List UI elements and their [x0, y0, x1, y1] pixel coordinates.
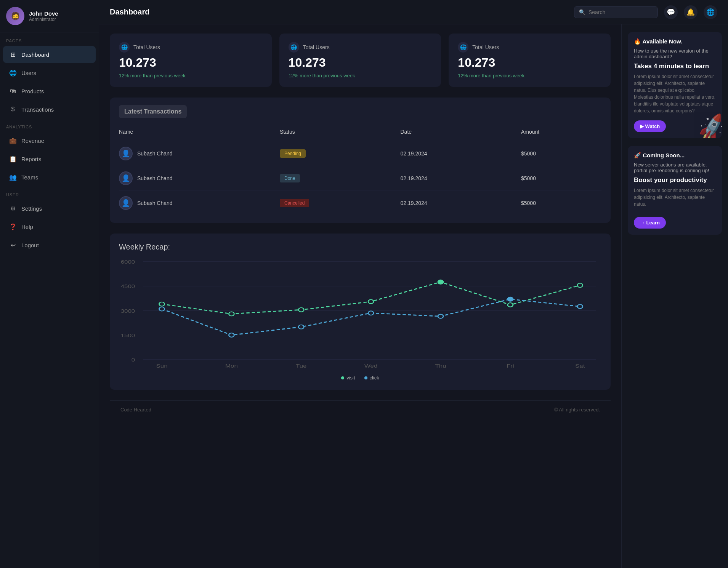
sidebar-item-products[interactable]: 🛍 Products — [3, 83, 96, 99]
promo-body: Lorem ipsum dolor sit amet consectetur a… — [634, 73, 716, 114]
rocket-decoration: 🚀 — [694, 112, 722, 138]
reports-icon: 📋 — [9, 155, 17, 163]
table-row: 👤 Subash Chand Pending 02.19.2024 $5000 — [119, 141, 601, 166]
stat-label: Total Users — [472, 44, 499, 50]
footer-right: © All rights reserved. — [554, 407, 600, 413]
stat-change: 12% more than previous week — [289, 73, 432, 78]
sidebar-item-label: Dashboard — [21, 51, 49, 58]
teams-icon: 👥 — [9, 173, 17, 181]
table-row: 👤 Subash Chand Done 02.19.2024 $5000 — [119, 166, 601, 191]
status-badge: Pending — [280, 149, 306, 158]
transactions-section: Latest Transactions Name Status Date Amo… — [110, 98, 611, 223]
products-icon: 🛍 — [9, 87, 17, 95]
watch-button[interactable]: ▶ Watch — [634, 120, 666, 132]
sidebar: 🧔 John Dove Administrator Pages ⊞ Dashbo… — [0, 0, 99, 568]
sidebar-item-settings[interactable]: ⚙ Settings — [3, 200, 96, 217]
sidebar-item-users[interactable]: 🌐 Users — [3, 64, 96, 81]
chart-svg: 6000 4500 3000 1500 0 Sun Mon Tue — [119, 258, 601, 372]
svg-text:Mon: Mon — [225, 363, 238, 369]
user-avatar: 👤 — [119, 196, 133, 210]
topbar: Dashboard 🔍 💬 🔔 🌐 — [99, 0, 728, 24]
main: Dashboard 🔍 💬 🔔 🌐 🌐 Total Users 10.273 — [99, 0, 728, 568]
sidebar-item-label: Transactions — [21, 106, 54, 113]
svg-point-20 — [368, 299, 374, 304]
svg-point-26 — [298, 325, 304, 329]
notification-icon[interactable]: 🔔 — [684, 5, 698, 19]
user-name: Subash Chand — [137, 150, 173, 157]
status-cell: Done — [280, 174, 401, 182]
svg-text:3000: 3000 — [121, 308, 135, 314]
learn-button[interactable]: → Learn — [634, 217, 666, 229]
col-amount: Amount — [521, 129, 601, 135]
topbar-actions: 🔍 💬 🔔 🌐 — [574, 5, 717, 19]
status-badge: Cancelled — [280, 199, 309, 207]
svg-point-25 — [229, 333, 234, 337]
search-icon: 🔍 — [579, 9, 585, 15]
avatar: 🧔 — [6, 7, 24, 25]
svg-point-19 — [298, 308, 304, 312]
legend-visit: visit — [341, 375, 355, 381]
promo-badge: 🔥 Available Now. — [634, 38, 716, 45]
transactions-title: Latest Transactions — [119, 105, 187, 118]
stat-card-header: 🌐 Total Users — [458, 42, 601, 53]
content-main: 🌐 Total Users 10.273 12% more than previ… — [99, 24, 621, 568]
svg-point-17 — [159, 302, 165, 306]
footer: Code Hearted © All rights reserved. — [110, 400, 611, 419]
user-cell: 👤 Subash Chand — [119, 147, 280, 160]
svg-text:Tue: Tue — [296, 363, 306, 369]
svg-text:Sat: Sat — [575, 363, 585, 369]
svg-point-21 — [438, 280, 443, 284]
stat-icon: 🌐 — [119, 42, 130, 53]
globe-icon[interactable]: 🌐 — [704, 5, 717, 19]
svg-point-27 — [368, 311, 374, 315]
chart-container: 6000 4500 3000 1500 0 Sun Mon Tue — [119, 258, 601, 372]
sidebar-item-label: Users — [21, 70, 36, 76]
sidebar-item-label: Teams — [21, 174, 38, 181]
sidebar-item-reports[interactable]: 📋 Reports — [3, 150, 96, 167]
table-header: Name Status Date Amount — [119, 126, 601, 138]
chat-icon[interactable]: 💬 — [664, 5, 678, 19]
svg-text:1500: 1500 — [121, 333, 135, 338]
right-panel: 🔥 Available Now. How to use the new vers… — [621, 24, 728, 568]
analytics-section-label: Analytics — [0, 118, 99, 131]
sidebar-item-logout[interactable]: ↩ Logout — [3, 237, 96, 253]
search-box[interactable]: 🔍 — [574, 6, 658, 18]
stat-card-1: 🌐 Total Users 10.273 12% more than previ… — [279, 34, 441, 87]
svg-text:Fri: Fri — [507, 363, 514, 369]
sidebar-item-transactions[interactable]: $ Transactions — [3, 101, 96, 118]
stat-cards: 🌐 Total Users 10.273 12% more than previ… — [110, 34, 611, 87]
users-icon: 🌐 — [9, 69, 17, 77]
coming-soon-subtitle: New server actions are available, partia… — [634, 162, 716, 173]
stat-value: 10.273 — [289, 56, 432, 70]
date-cell: 02.19.2024 — [401, 150, 521, 157]
user-avatar: 👤 — [119, 147, 133, 160]
col-name: Name — [119, 129, 280, 135]
search-input[interactable] — [588, 9, 653, 15]
stat-value: 10.273 — [458, 56, 601, 70]
sidebar-item-help[interactable]: ❓ Help — [3, 218, 96, 235]
status-cell: Pending — [280, 149, 401, 158]
status-cell: Cancelled — [280, 199, 401, 207]
date-cell: 02.19.2024 — [401, 175, 521, 181]
sidebar-item-teams[interactable]: 👥 Teams — [3, 169, 96, 186]
content: 🌐 Total Users 10.273 12% more than previ… — [99, 24, 728, 568]
sidebar-item-revenue[interactable]: 💼 Revenue — [3, 132, 96, 149]
dashboard-icon: ⊞ — [9, 51, 17, 58]
svg-point-30 — [577, 304, 583, 309]
sidebar-item-label: Logout — [21, 242, 39, 248]
legend-dot-visit — [341, 376, 344, 379]
col-date: Date — [401, 129, 521, 135]
boost-title: Boost your productivity — [634, 176, 716, 184]
legend-dot-click — [364, 376, 367, 379]
sidebar-item-label: Help — [21, 224, 33, 230]
user-avatar: 👤 — [119, 171, 133, 185]
coming-soon-body: Lorem ipsum dolor sit amet consectetur a… — [634, 187, 716, 208]
legend-click: click — [364, 375, 379, 381]
stat-change: 12% more than previous week — [119, 73, 263, 78]
svg-text:6000: 6000 — [121, 259, 135, 265]
promo-card-coming-soon: 🚀 Coming Soon... New server actions are … — [628, 146, 722, 235]
stat-icon: 🌐 — [458, 42, 468, 53]
legend-label-click: click — [370, 375, 379, 381]
sidebar-item-dashboard[interactable]: ⊞ Dashboard — [3, 46, 96, 63]
svg-text:4500: 4500 — [121, 283, 135, 289]
